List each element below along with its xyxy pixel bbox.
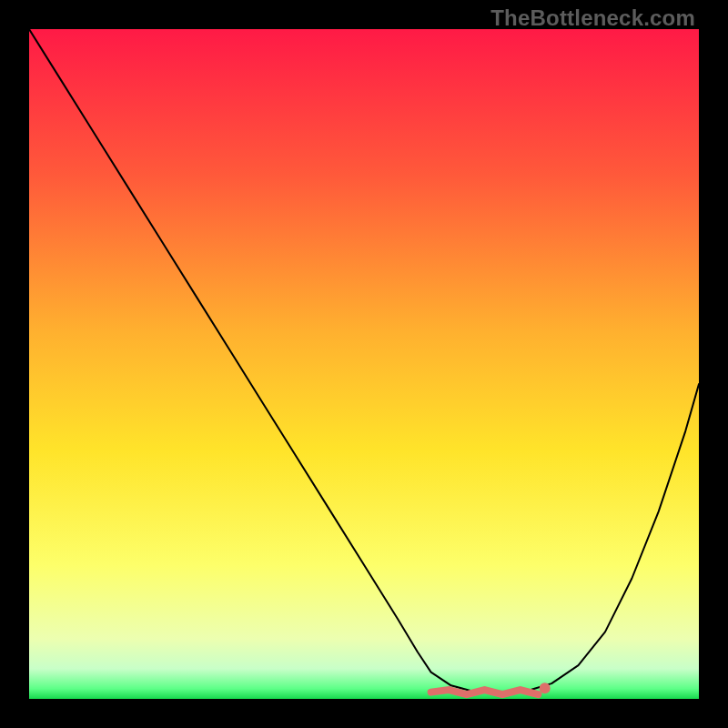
bottleneck-chart <box>29 29 699 699</box>
gradient-background <box>29 29 699 699</box>
watermark-text: TheBottleneck.com <box>490 5 695 31</box>
chart-frame <box>29 29 699 699</box>
optimal-region-end-dot <box>540 682 551 693</box>
